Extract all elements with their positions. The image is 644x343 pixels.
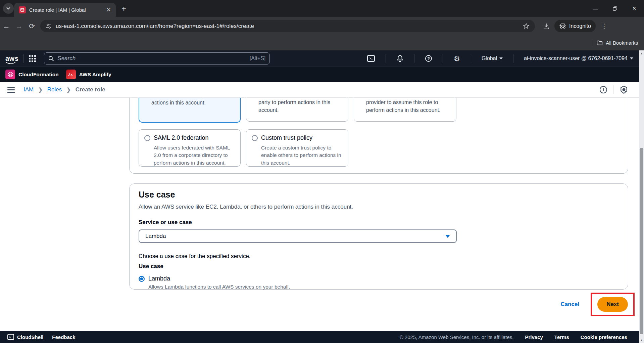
cookie-preferences-link[interactable]: Cookie preferences (581, 334, 627, 340)
aws-logo-text: aws (5, 55, 18, 62)
entity-card-aws-service[interactable]: Lambda, or others to perform actions in … (139, 98, 241, 123)
dropdown-caret-icon (445, 235, 450, 238)
entity-card-saml[interactable]: SAML 2.0 federation Allow users federate… (139, 129, 241, 167)
maximize-icon[interactable] (605, 0, 625, 17)
card-description: Create a custom trust policy to enable o… (252, 144, 343, 167)
radio-unselected-icon[interactable] (252, 135, 258, 141)
card-title: SAML 2.0 federation (154, 134, 208, 141)
amplify-icon (66, 70, 76, 79)
service-select[interactable]: Lambda (139, 229, 457, 243)
radio-unselected-icon[interactable] (144, 135, 150, 141)
back-icon[interactable]: ← (0, 22, 13, 30)
breadcrumb-iam[interactable]: IAM (23, 86, 34, 93)
all-bookmarks-button[interactable]: All Bookmarks (597, 40, 638, 46)
cancel-button[interactable]: Cancel (560, 301, 579, 308)
window-controls: — ✕ (586, 0, 644, 17)
download-icon[interactable] (543, 23, 550, 30)
card-text: Lambda, or others to perform actions in … (145, 98, 235, 107)
search-shortcut: [Alt+S] (250, 55, 266, 61)
annotation-highlight-box: Next (591, 293, 635, 316)
cloudshell-nav-button[interactable]: >_ (361, 55, 381, 62)
use-case-subtitle: Allow an AWS service like EC2, Lambda, o… (139, 204, 619, 210)
cloudformation-icon (5, 70, 15, 79)
notifications-button[interactable] (391, 55, 409, 62)
incognito-label: Incognito (569, 23, 591, 29)
entity-card-custom-trust-policy[interactable]: Custom trust policy Create a custom trus… (246, 129, 348, 167)
amazon-q-icon[interactable] (620, 85, 628, 94)
breadcrumb-separator: ❯ (66, 87, 71, 93)
page-scrollbar[interactable]: ▲ ▼ (639, 50, 644, 343)
all-bookmarks-label: All Bookmarks (606, 40, 638, 46)
breadcrumb-current: Create role (76, 86, 105, 93)
folder-icon (597, 40, 603, 45)
radio-selected-icon[interactable] (139, 276, 145, 282)
search-input[interactable] (57, 55, 249, 62)
use-case-option-lambda[interactable]: Lambda (139, 275, 619, 282)
favorite-aws-amplify[interactable]: AWS Amplify (66, 70, 111, 79)
chevron-down-icon (499, 57, 503, 59)
account-label: ai-invoice-scanner-user @ 6762-0691-7094 (524, 55, 628, 61)
entity-card-web-identity[interactable]: specified external web identity provider… (354, 98, 456, 122)
scrollbar-thumb[interactable] (640, 148, 643, 334)
card-text: specified external web identity provider… (359, 98, 451, 114)
card-description: Allow users federated with SAML 2.0 from… (144, 144, 235, 167)
window-close-icon[interactable]: ✕ (625, 0, 644, 17)
main-content: Lambda, or others to perform actions in … (0, 98, 644, 331)
apps-grid-icon[interactable] (29, 55, 36, 62)
feedback-button[interactable]: Feedback (52, 334, 75, 340)
star-icon[interactable] (523, 23, 530, 30)
info-icon[interactable]: i (600, 86, 607, 93)
bookmarks-row: All Bookmarks (0, 35, 644, 50)
aws-favorites-bar: CloudFormation AWS Amplify (0, 67, 644, 82)
reload-icon[interactable]: ⟳ (26, 22, 38, 30)
help-icon: ? (425, 55, 432, 62)
hamburger-icon[interactable] (7, 87, 15, 93)
new-tab-button[interactable]: + (121, 4, 126, 13)
use-case-title: Use case (139, 190, 619, 200)
url-text[interactable]: us-east-1.console.aws.amazon.com/iam/hom… (56, 23, 523, 30)
favorite-label: AWS Amplify (79, 72, 111, 78)
minimize-icon[interactable]: — (586, 0, 605, 17)
terms-link[interactable]: Terms (554, 334, 569, 340)
help-button[interactable]: ? (419, 55, 438, 62)
incognito-badge: Incognito (554, 20, 596, 32)
site-settings-icon[interactable] (46, 24, 52, 29)
aws-smile-icon (6, 61, 16, 65)
forward-icon[interactable]: → (13, 22, 26, 30)
service-select-value: Lambda (145, 233, 445, 240)
tab-search-button[interactable] (3, 3, 14, 14)
favorite-cloudformation[interactable]: CloudFormation (5, 70, 59, 79)
aws-logo[interactable]: aws (5, 55, 18, 62)
nav-separator (23, 54, 24, 63)
use-case-panel: Use case Allow an AWS service like EC2, … (129, 183, 628, 290)
scrollbar-down-arrow-icon[interactable]: ▼ (639, 338, 644, 343)
search-icon (48, 56, 54, 61)
tab-title: Create role | IAM | Global (29, 7, 104, 13)
wizard-actions: Cancel Next (129, 293, 628, 316)
account-menu[interactable]: ai-invoice-scanner-user @ 6762-0691-7094 (518, 55, 639, 61)
aws-search-box[interactable]: [Alt+S] (44, 52, 270, 65)
aws-top-nav: aws [Alt+S] >_ ? ⚙ Global ai-invoice-sca… (0, 50, 644, 67)
settings-button[interactable]: ⚙ (448, 55, 466, 62)
privacy-link[interactable]: Privacy (525, 334, 543, 340)
card-text: accounts belonging to you or a 3rd party… (252, 98, 343, 114)
favorite-label: CloudFormation (18, 72, 59, 78)
scrollbar-up-arrow-icon[interactable]: ▲ (639, 51, 644, 56)
cloudshell-label: CloudShell (17, 334, 43, 340)
gear-icon: ⚙ (454, 55, 460, 62)
address-bar[interactable]: us-east-1.console.aws.amazon.com/iam/hom… (40, 20, 535, 32)
choose-use-case-hint: Choose a use case for the specified serv… (139, 253, 619, 260)
tab-close-icon[interactable]: ✕ (106, 6, 111, 13)
browser-toolbar: ← → ⟳ us-east-1.console.aws.amazon.com/i… (0, 17, 644, 35)
breadcrumb-bar: IAM ❯ Roles ❯ Create role i (0, 82, 644, 98)
menu-kebab-icon[interactable]: ⋮ (601, 22, 608, 30)
cloudshell-footer-button[interactable]: >_ CloudShell (7, 334, 43, 340)
card-title: Custom trust policy (261, 134, 312, 141)
bookmarks-separator (591, 39, 591, 47)
entity-card-aws-account[interactable]: accounts belonging to you or a 3rd party… (246, 98, 348, 122)
browser-tab-bar: Create role | IAM | Global ✕ + — ✕ (0, 0, 644, 17)
breadcrumb-roles[interactable]: Roles (47, 86, 62, 93)
region-selector[interactable]: Global (476, 55, 508, 61)
browser-tab[interactable]: Create role | IAM | Global ✕ (14, 3, 116, 17)
next-button[interactable]: Next (597, 297, 628, 312)
